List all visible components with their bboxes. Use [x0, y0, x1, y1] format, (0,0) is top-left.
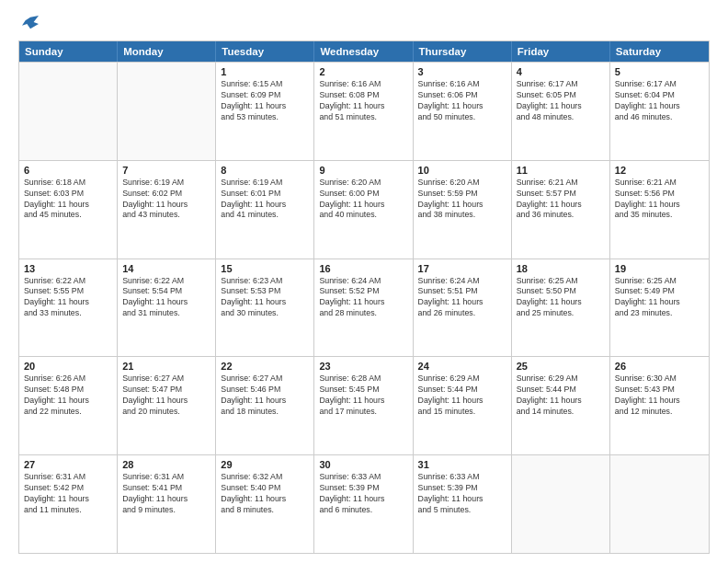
header-day-wednesday: Wednesday — [314, 41, 413, 62]
calendar: SundayMondayTuesdayWednesdayThursdayFrid… — [18, 40, 710, 554]
day-number: 9 — [319, 165, 407, 176]
logo — [18, 15, 39, 31]
cell-line: Sunrise: 6:15 AM — [221, 79, 309, 90]
logo-bird-icon — [22, 15, 39, 31]
day-number: 6 — [24, 165, 112, 176]
cell-line: Daylight: 11 hours — [221, 494, 309, 505]
cell-line: Sunset: 6:01 PM — [221, 189, 309, 200]
header-day-monday: Monday — [118, 41, 216, 62]
day-number: 14 — [122, 263, 210, 274]
cal-cell-26: 26Sunrise: 6:30 AMSunset: 5:43 PMDayligh… — [610, 357, 709, 454]
cell-line: Daylight: 11 hours — [615, 101, 704, 112]
calendar-body: 1Sunrise: 6:15 AMSunset: 6:09 PMDaylight… — [19, 62, 709, 553]
header-day-tuesday: Tuesday — [216, 41, 314, 62]
cell-line: Sunset: 5:50 PM — [517, 286, 605, 297]
cell-line: Sunrise: 6:21 AM — [615, 178, 704, 189]
cell-line: Sunset: 5:48 PM — [24, 385, 112, 396]
cell-line: Daylight: 11 hours — [319, 297, 407, 308]
cell-line: Daylight: 11 hours — [221, 101, 309, 112]
header-day-saturday: Saturday — [610, 41, 709, 62]
cell-line: Sunset: 6:05 PM — [517, 90, 605, 101]
cal-cell-13: 13Sunrise: 6:22 AMSunset: 5:55 PMDayligh… — [19, 259, 118, 357]
cal-cell-1: 1Sunrise: 6:15 AMSunset: 6:09 PMDaylight… — [216, 63, 314, 160]
cell-line: and 43 minutes. — [122, 210, 210, 221]
cell-line: Sunrise: 6:29 AM — [517, 373, 605, 385]
cell-line: Daylight: 11 hours — [615, 396, 704, 407]
cell-line: Sunrise: 6:27 AM — [122, 373, 210, 385]
cell-line: and 11 minutes. — [24, 505, 112, 516]
day-number: 27 — [24, 459, 112, 470]
cal-cell-empty-w0c1 — [118, 63, 216, 160]
cell-line: and 8 minutes. — [221, 505, 309, 516]
cal-cell-2: 2Sunrise: 6:16 AMSunset: 6:08 PMDaylight… — [314, 63, 413, 160]
cell-line: Sunrise: 6:21 AM — [517, 178, 605, 189]
day-number: 29 — [221, 459, 309, 470]
cell-line: Daylight: 11 hours — [221, 396, 309, 407]
cell-line: Sunrise: 6:31 AM — [122, 472, 210, 483]
cell-line: Sunset: 5:44 PM — [418, 385, 506, 396]
day-number: 25 — [517, 361, 605, 372]
cell-line: Sunrise: 6:16 AM — [418, 79, 506, 90]
cell-line: and 25 minutes. — [517, 308, 605, 319]
cell-line: Sunset: 5:40 PM — [221, 483, 309, 494]
cell-line: and 38 minutes. — [418, 210, 506, 221]
cell-line: Daylight: 11 hours — [221, 297, 309, 308]
cell-line: Sunset: 5:41 PM — [122, 483, 210, 494]
cell-line: Sunrise: 6:29 AM — [418, 373, 506, 385]
cell-line: Daylight: 11 hours — [319, 494, 407, 505]
day-number: 31 — [418, 459, 506, 470]
cell-line: and 41 minutes. — [221, 210, 309, 221]
cell-line: and 28 minutes. — [319, 308, 407, 319]
cell-line: Sunset: 5:57 PM — [517, 189, 605, 200]
cell-line: Sunset: 5:51 PM — [418, 286, 506, 297]
day-number: 15 — [221, 263, 309, 274]
cell-line: Sunrise: 6:24 AM — [319, 276, 407, 287]
cell-line: Daylight: 11 hours — [615, 200, 704, 211]
cell-line: and 45 minutes. — [24, 210, 112, 221]
cell-line: and 18 minutes. — [221, 407, 309, 418]
cell-line: Daylight: 11 hours — [24, 200, 112, 211]
cell-line: Daylight: 11 hours — [418, 494, 506, 505]
cell-line: Sunrise: 6:25 AM — [615, 276, 704, 287]
week-row-1: 1Sunrise: 6:15 AMSunset: 6:09 PMDaylight… — [19, 62, 709, 160]
cell-line: Sunrise: 6:30 AM — [615, 373, 704, 385]
cell-line: Daylight: 11 hours — [319, 101, 407, 112]
cell-line: Sunrise: 6:27 AM — [221, 373, 309, 385]
cell-line: Sunset: 5:53 PM — [221, 286, 309, 297]
cell-line: Sunset: 5:43 PM — [615, 385, 704, 396]
cell-line: and 26 minutes. — [418, 308, 506, 319]
cal-cell-23: 23Sunrise: 6:28 AMSunset: 5:45 PMDayligh… — [314, 357, 413, 454]
cell-line: Sunset: 6:03 PM — [24, 189, 112, 200]
cal-cell-17: 17Sunrise: 6:24 AMSunset: 5:51 PMDayligh… — [414, 259, 512, 357]
cell-line: and 31 minutes. — [122, 308, 210, 319]
cal-cell-18: 18Sunrise: 6:25 AMSunset: 5:50 PMDayligh… — [512, 259, 610, 357]
cell-line: Sunrise: 6:18 AM — [24, 178, 112, 189]
cell-line: and 22 minutes. — [24, 407, 112, 418]
cell-line: and 46 minutes. — [615, 112, 704, 123]
cell-line: Sunset: 6:06 PM — [418, 90, 506, 101]
calendar-header: SundayMondayTuesdayWednesdayThursdayFrid… — [19, 41, 709, 62]
cell-line: Sunset: 5:39 PM — [418, 483, 506, 494]
day-number: 28 — [122, 459, 210, 470]
day-number: 1 — [221, 66, 309, 77]
cal-cell-10: 10Sunrise: 6:20 AMSunset: 5:59 PMDayligh… — [414, 161, 512, 259]
cell-line: Daylight: 11 hours — [418, 101, 506, 112]
cell-line: Sunrise: 6:20 AM — [418, 178, 506, 189]
cell-line: Sunset: 5:44 PM — [517, 385, 605, 396]
cell-line: Sunset: 5:52 PM — [319, 286, 407, 297]
day-number: 5 — [615, 66, 704, 77]
cell-line: Sunrise: 6:22 AM — [24, 276, 112, 287]
cell-line: Sunset: 5:49 PM — [615, 286, 704, 297]
week-row-3: 13Sunrise: 6:22 AMSunset: 5:55 PMDayligh… — [19, 259, 709, 357]
cell-line: Sunset: 6:08 PM — [319, 90, 407, 101]
cell-line: Daylight: 11 hours — [517, 297, 605, 308]
cell-line: and 30 minutes. — [221, 308, 309, 319]
cell-line: Sunset: 6:04 PM — [615, 90, 704, 101]
header-day-friday: Friday — [512, 41, 610, 62]
cell-line: Sunset: 5:59 PM — [418, 189, 506, 200]
cal-cell-31: 31Sunrise: 6:33 AMSunset: 5:39 PMDayligh… — [414, 455, 512, 553]
cell-line: and 14 minutes. — [517, 407, 605, 418]
cell-line: and 5 minutes. — [418, 505, 506, 516]
cell-line: Sunrise: 6:33 AM — [418, 472, 506, 483]
cal-cell-12: 12Sunrise: 6:21 AMSunset: 5:56 PMDayligh… — [610, 161, 709, 259]
